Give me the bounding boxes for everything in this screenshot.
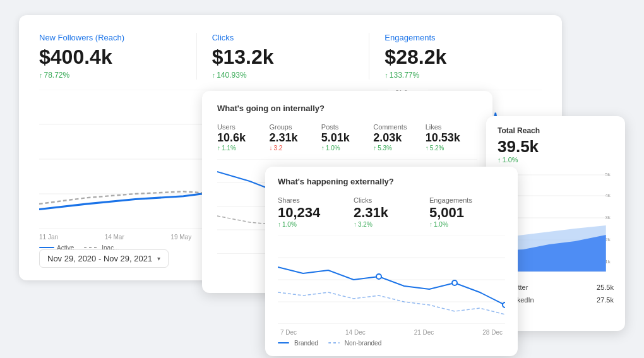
metric-change-engagements: 133.77% [385,71,527,80]
ext-stat-engagements-value: 5,001 [429,205,505,220]
stat-groups-change: ↓ 3.2 [269,145,321,152]
stat-likes-label: Likes [426,123,477,131]
stat-users-value: 10.6k [217,132,269,145]
stat-posts-change: ↑ 1.0% [321,145,373,152]
external-card-title: What's happening externally? [278,177,505,186]
metric-new-followers: New Followers (Reach) $400.4k 78.72% [39,33,196,80]
date-range-selector[interactable]: Nov 29, 2020 - Nov 29, 2021 ▾ [39,249,169,268]
metric-clicks: Clicks $13.2k 140.93% [196,33,369,80]
linkedin-label: LinkedIn [508,296,597,304]
metric-label-clicks: Clicks [212,33,354,42]
twitter-label: Twitter [508,283,597,291]
reach-change: ↑ 1.0% [498,156,614,164]
date-range-text: Nov 29, 2020 - Nov 29, 2021 [47,254,152,263]
stat-users-change: ↑ 1.1% [217,145,269,152]
metric-value-clicks: $13.2k [212,46,354,68]
external-chart: 7 Dec 14 Dec 21 Dec 28 Dec Branded Non-b… [278,236,505,330]
stat-groups: Groups 2.31k ↓ 3.2 [269,123,321,152]
svg-point-20 [376,274,381,279]
metrics-row: New Followers (Reach) $400.4k 78.72% Cli… [39,33,542,80]
ext-stat-shares: Shares 10,234 ↑ 1.0% [278,196,354,228]
linkedin-value: 27.5k [597,296,614,304]
legend-nonbranded: Non-branded [328,340,381,347]
metric-value-engagements: $28.2k [385,46,527,68]
stat-posts-value: 5.01k [321,132,373,145]
ext-stat-clicks-value: 2.31k [354,205,429,220]
stat-likes: Likes 10.53k ↑ 5.2% [426,123,477,152]
metric-value-followers: $400.4k [39,46,181,68]
chevron-down-icon: ▾ [157,255,160,262]
ext-stat-engagements-change: ↑ 1.0% [429,221,505,228]
svg-point-21 [452,280,457,285]
svg-point-22 [503,302,505,307]
external-stats-row: Shares 10,234 ↑ 1.0% Clicks 2.31k ↑ 3.2%… [278,196,505,228]
metric-change-clicks: 140.93% [212,71,354,80]
ext-stat-engagements: Engagements 5,001 ↑ 1.0% [429,196,505,228]
ext-stat-shares-value: 10,234 [278,205,354,220]
stat-posts: Posts 5.01k ↑ 1.0% [321,123,373,152]
ext-stat-clicks-label: Clicks [354,196,429,204]
stat-likes-change: ↑ 5.2% [426,145,477,152]
internal-card-title: What's going on internally? [217,104,477,113]
stat-users: Users 10.6k ↑ 1.1% [217,123,269,152]
reach-value: 39.5k [498,138,614,156]
stat-posts-label: Posts [321,123,373,131]
ext-stat-clicks: Clicks 2.31k ↑ 3.2% [354,196,429,228]
external-metrics-card: What's happening externally? Shares 10,2… [265,167,518,356]
dashboard-scene: New Followers (Reach) $400.4k 78.72% Cli… [19,15,625,343]
internal-stats-row: Users 10.6k ↑ 1.1% Groups 2.31k ↓ 3.2 Po… [217,123,477,152]
twitter-value: 25.5k [597,283,614,291]
legend-branded: Branded [278,340,318,347]
metric-change-followers: 78.72% [39,71,181,80]
stat-users-label: Users [217,123,269,131]
metric-label-followers: New Followers (Reach) [39,33,181,42]
external-x-axis: 7 Dec 14 Dec 21 Dec 28 Dec [278,329,505,336]
ext-stat-engagements-label: Engagements [429,196,505,204]
external-chart-svg [278,236,505,324]
stat-comments-value: 2.03k [373,132,425,145]
stat-groups-label: Groups [269,123,321,131]
ext-stat-shares-label: Shares [278,196,354,204]
stat-comments: Comments 2.03k ↑ 5.3% [373,123,425,152]
metric-engagements: Engagements $28.2k 133.77% [369,33,542,80]
reach-card-title: Total Reach [498,126,614,135]
external-legend: Branded Non-branded [278,340,505,347]
stat-groups-value: 2.31k [269,132,321,145]
ext-stat-clicks-change: ↑ 3.2% [354,221,429,228]
stat-comments-label: Comments [373,123,425,131]
stat-likes-value: 10.53k [426,132,477,145]
ext-stat-shares-change: ↑ 1.0% [278,221,354,228]
stat-comments-change: ↑ 5.3% [373,145,425,152]
metric-label-engagements: Engagements [385,33,527,42]
